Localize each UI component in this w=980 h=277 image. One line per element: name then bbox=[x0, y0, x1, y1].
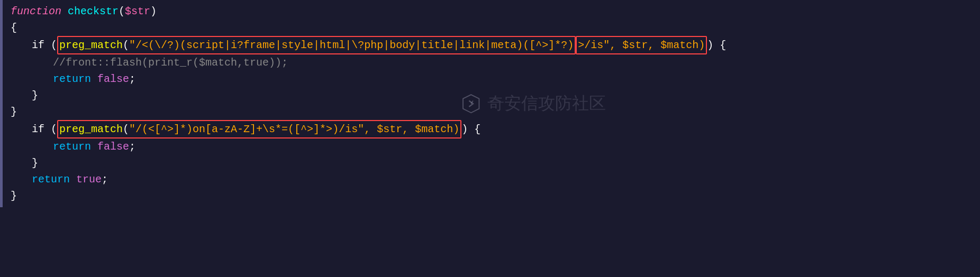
code-line-1: function checkstr($str) bbox=[0, 3, 980, 20]
string-regex-2: "/(<[^>]*)on[a-zA-Z]+\s*=([^>]*>)/is", $… bbox=[129, 123, 459, 135]
close-brace-inner-2: } bbox=[32, 155, 38, 171]
code-line-9: return false; bbox=[0, 138, 980, 155]
fn-preg-match-1: preg_match bbox=[59, 39, 123, 51]
close-brace-1: } bbox=[11, 104, 17, 120]
close-brace-2: } bbox=[11, 188, 17, 204]
highlight-preg1: preg_match("/<(\/?)(script|i?frame|style… bbox=[57, 36, 576, 54]
fn-preg-match-2: preg_match bbox=[59, 123, 123, 135]
open-brace-1: { bbox=[11, 20, 17, 36]
kw-return-2: return bbox=[53, 138, 97, 155]
fn-name-checkstr: checkstr bbox=[61, 3, 119, 20]
code-line-8: if (preg_match("/(<[^>]*)on[a-zA-Z]+\s*=… bbox=[0, 120, 980, 138]
comment-1: //front::flash(print_r($match,true)); bbox=[53, 54, 288, 71]
code-block: 奇安信攻防社区 function checkstr($str) { if (pr… bbox=[0, 0, 980, 207]
paren-close: ) bbox=[150, 3, 157, 20]
code-line-6: } bbox=[0, 87, 980, 104]
keyword-function: function bbox=[11, 3, 61, 20]
close-brace-inner-1: } bbox=[32, 87, 38, 104]
code-line-7: } bbox=[0, 104, 980, 120]
code-line-11: return true; bbox=[0, 171, 980, 188]
kw-return-1: return bbox=[53, 71, 97, 87]
val-false-1: false bbox=[97, 71, 129, 87]
param-str: $str bbox=[125, 3, 150, 20]
code-line-10: } bbox=[0, 155, 980, 171]
highlight-preg2: preg_match("/(<[^>]*)on[a-zA-Z]+\s*=([^>… bbox=[57, 120, 461, 138]
code-line-12: } bbox=[0, 188, 980, 204]
code-line-4: //front::flash(print_r($match,true)); bbox=[0, 54, 980, 71]
string-regex-1: "/<(\/?)(script|i?frame|style|html|\?php… bbox=[129, 39, 574, 51]
kw-return-3: return bbox=[32, 171, 76, 188]
highlight-preg1-cont: >/is", $str, $match) bbox=[576, 36, 707, 54]
val-true: true bbox=[76, 171, 102, 188]
code-line-2: { bbox=[0, 20, 980, 36]
code-line-3: if (preg_match("/<(\/?)(script|i?frame|s… bbox=[0, 36, 980, 54]
val-false-2: false bbox=[97, 138, 129, 155]
kw-if-1: if ( bbox=[32, 37, 57, 53]
paren-open: ( bbox=[119, 3, 125, 20]
kw-if-2: if ( bbox=[32, 121, 57, 137]
code-line-5: return false; bbox=[0, 71, 980, 87]
